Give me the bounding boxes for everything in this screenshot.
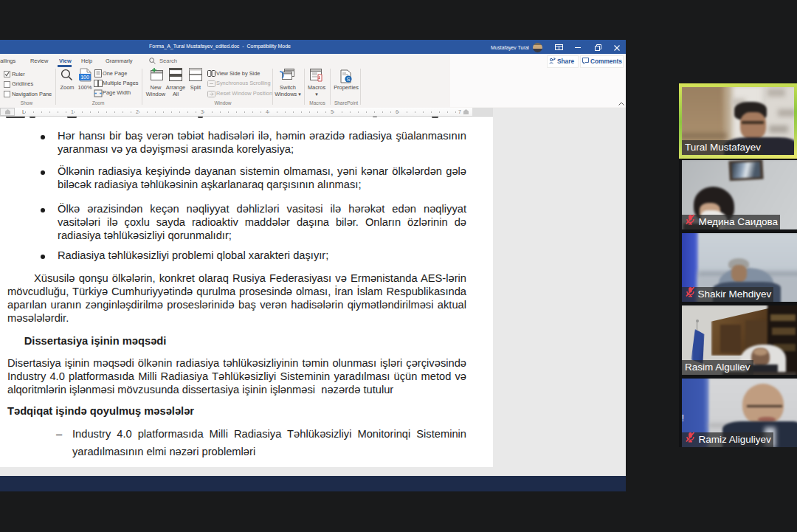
svg-text:S: S	[346, 76, 350, 83]
